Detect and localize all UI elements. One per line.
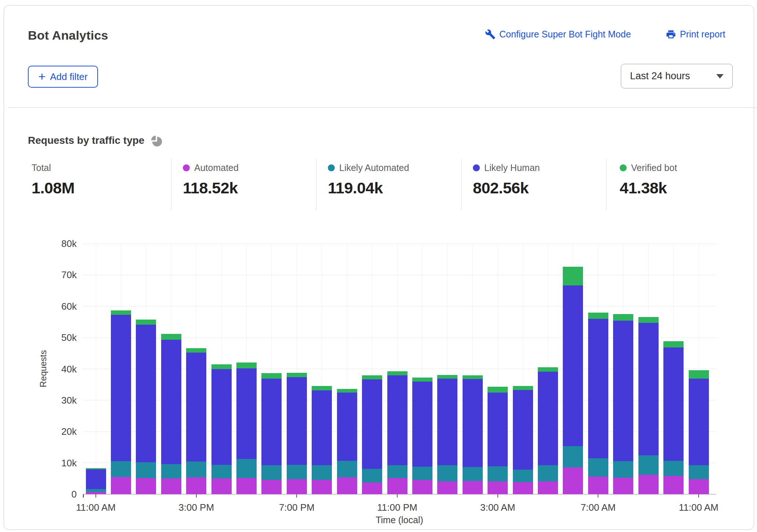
bar-segment-likely-automated [638,455,659,475]
stat-label-text: Automated [194,163,239,173]
bar-segment-verified-bot [437,375,457,379]
print-report-link[interactable]: Print report [666,29,725,40]
bar-600am [563,267,583,494]
y-tick-label: 40k [44,364,77,375]
bar-segment-automated [463,481,483,494]
stat-divider [606,159,606,210]
bar-segment-likely-human [236,368,257,459]
bar-segment-likely-human [563,285,583,446]
bar-segment-verified-bot [412,378,432,382]
stat-block: Automated118.52k [183,163,239,197]
configure-super-bot-fight-mode-link[interactable]: Configure Super Bot Fight Mode [485,29,631,40]
stat-dot [620,164,627,171]
bar-segment-automated [387,478,408,494]
bar-700pm [287,373,307,494]
stat-label: Total [32,163,75,173]
chevron-down-icon [716,74,724,79]
bar-segment-likely-automated [538,465,558,481]
bar-segment-likely-human [412,382,432,467]
plot-area: 11:00 AM3:00 PM7:00 PM11:00 PM3:00 AM7:0… [83,244,716,494]
gridline-h [83,306,716,306]
stat-value: 1.08M [32,179,75,197]
bar-segment-likely-human [613,321,633,461]
bar-segment-automated [211,478,232,494]
bar-segment-likely-human [86,469,106,489]
bar-1000pm [362,375,382,494]
section-title: Requests by traffic type [28,133,163,148]
y-tick-label: 60k [44,301,77,312]
bar-segment-likely-automated [588,458,608,477]
bar-segment-likely-human [186,353,206,462]
add-filter-button[interactable]: + Add filter [28,66,98,88]
bar-segment-likely-human [211,369,232,465]
bar-segment-automated [337,477,357,494]
x-tick-label: 7:00 PM [260,502,333,513]
bar-segment-likely-human [337,393,357,461]
bar-segment-automated [362,482,382,494]
x-tick [598,494,598,498]
x-tick [95,494,96,498]
stat-block: Verified bot41.38k [620,163,677,197]
bar-segment-likely-automated [337,461,357,477]
bar-segment-automated [588,477,608,494]
bar-segment-likely-automated [563,446,583,467]
bar-segment-likely-human [488,393,508,466]
bar-segment-likely-automated [689,465,709,479]
bar-500pm [236,362,257,494]
bar-100am [437,375,457,494]
bar-segment-likely-automated [613,461,633,477]
bar-800pm [312,386,332,494]
x-tick-label: 3:00 AM [461,502,535,513]
bar-segment-likely-automated [161,464,181,478]
page-title: Bot Analytics [28,28,108,43]
x-tick-label: 7:00 AM [561,502,635,513]
stat-label: Likely Human [473,163,540,173]
bar-segment-automated [613,478,633,494]
bar-800am [613,314,633,494]
bar-segment-automated [663,476,684,494]
bar-segment-automated [437,481,457,494]
stat-dot [473,164,480,171]
bar-segment-automated [638,475,659,494]
bar-segment-automated [513,482,533,494]
bar-segment-likely-human [261,379,282,465]
bar-segment-likely-human [538,372,558,465]
printer-icon [666,29,676,40]
stat-dot [328,164,335,171]
bar-segment-automated [488,481,508,494]
bar-segment-likely-automated [186,462,206,477]
bar-segment-likely-automated [287,465,307,479]
bar-900am [638,317,659,494]
bar-segment-likely-automated [513,470,533,482]
bar-segment-automated [689,479,709,494]
bar-segment-likely-automated [111,461,131,477]
bar-segment-automated [287,479,307,494]
bar-segment-likely-human [463,379,483,467]
y-tick-label: 70k [44,269,77,281]
add-filter-label: Add filter [50,71,88,83]
bar-segment-automated [161,478,181,494]
bar-segment-automated [236,478,257,494]
bar-1100am [86,468,106,494]
configure-link-label: Configure Super Bot Fight Mode [499,29,631,40]
y-tick-label: 20k [44,426,77,437]
stat-label-text: Total [32,163,51,173]
time-range-select[interactable]: Last 24 hours [621,64,733,88]
bar-segment-verified-bot [638,317,659,323]
header-divider [8,108,757,108]
bar-segment-verified-bot [362,375,382,379]
bar-segment-automated [538,481,558,494]
bar-segment-verified-bot [513,386,533,390]
y-tick-label: 30k [44,395,77,406]
stat-label: Automated [183,163,239,173]
bar-200am [463,375,483,494]
x-tick [397,494,398,498]
bar-segment-likely-human [312,390,332,466]
bar-segment-likely-automated [312,465,332,480]
bar-segment-verified-bot [689,370,709,379]
bar-segment-automated [412,480,432,494]
bar-segment-likely-automated [236,459,257,478]
y-tick-label: 10k [44,458,77,469]
stat-block: Likely Human802.56k [473,163,540,197]
bar-segment-likely-human [588,319,608,458]
